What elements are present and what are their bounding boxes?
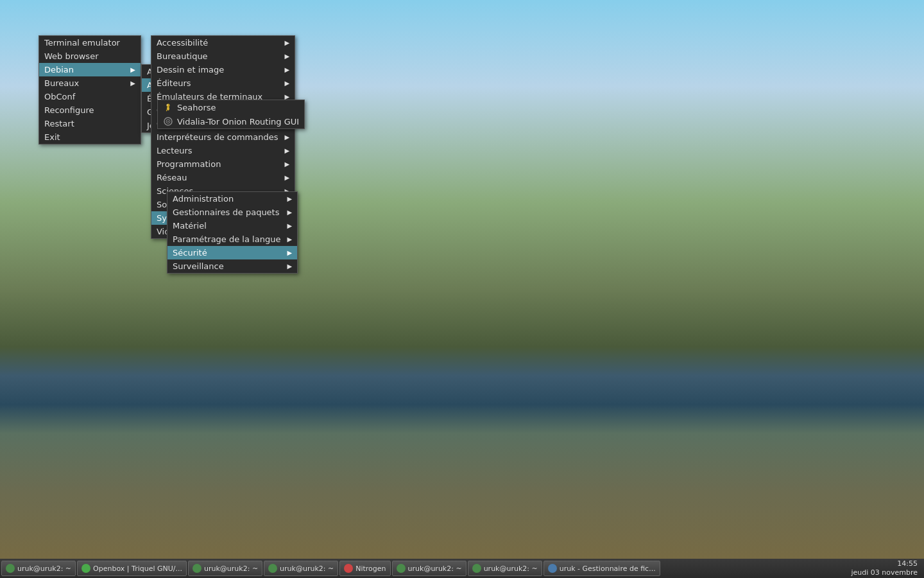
taskbar-item-4[interactable]: Nitrogen [339,561,390,576]
menu-item-securite[interactable]: Sécurité ▶ [167,246,297,259]
submenu-arrow: ▶ [280,249,292,256]
submenu-arrow: ▶ [278,39,289,46]
svg-point-2 [167,105,168,106]
taskbar-item-6[interactable]: uruk@uruk2: ~ [468,561,542,576]
menu-item-materiel[interactable]: Matériel ▶ [167,219,297,232]
menu-item-reseau[interactable]: Réseau ▶ [151,171,295,184]
taskbar-item-2[interactable]: uruk@uruk2: ~ [188,561,262,576]
menu-item-parametrage-langue[interactable]: Paramétrage de la langue ▶ [167,232,297,246]
openbox-icon [81,564,90,573]
menu-item-administration[interactable]: Administration ▶ [167,192,297,206]
taskbar-item-5[interactable]: uruk@uruk2: ~ [392,561,466,576]
submenu-arrow: ▶ [280,263,292,270]
submenu-arrow: ▶ [280,209,292,216]
securite-submenu: Seahorse Vidalia-Tor Onion Routing GUI [157,100,305,129]
menu-item-surveillance[interactable]: Surveillance ▶ [167,259,297,273]
submenu-arrow: ▶ [124,80,135,87]
taskbar-item-0[interactable]: uruk@uruk2: ~ [1,561,76,576]
terminal-icon-3 [268,564,277,573]
menu-item-gest-paquets[interactable]: Gestionnaires de paquets ▶ [167,206,297,219]
terminal-icon-4 [397,564,406,573]
svg-point-5 [167,121,169,122]
submenu-arrow: ▶ [280,222,292,229]
tor-icon [163,116,173,127]
menu-item-terminal[interactable]: Terminal emulator [39,36,141,49]
menu-item-seahorse[interactable]: Seahorse [158,100,304,114]
menu-container: Terminal emulator Web browser Debian ▶ B… [38,35,141,144]
menu-item-editeurs[interactable]: Éditeurs ▶ [151,76,295,90]
menu-item-dessin[interactable]: Dessin et image ▶ [151,63,295,76]
submenu-arrow: ▶ [280,195,292,202]
terminal-icon [6,564,15,573]
filemanager-icon [548,564,557,573]
submenu-arrow: ▶ [280,236,292,243]
menu-item-obconf[interactable]: ObConf [39,90,141,103]
menu-item-interpreteurs[interactable]: Interpréteurs de commandes ▶ [151,130,295,144]
submenu-arrow: ▶ [278,147,289,154]
submenu-arrow: ▶ [124,66,135,73]
submenu-arrow: ▶ [278,134,289,141]
taskbar-item-3[interactable]: uruk@uruk2: ~ [264,561,338,576]
menu-item-programmation[interactable]: Programmation ▶ [151,157,295,171]
submenu-arrow: ▶ [278,53,289,60]
submenu-arrow: ▶ [278,174,289,181]
svg-point-1 [167,107,169,110]
menu-item-restart[interactable]: Restart [39,117,141,130]
menu-item-exit[interactable]: Exit [39,130,141,144]
seahorse-icon [163,102,173,112]
taskbar: uruk@uruk2: ~ Openbox | Triquel GNU/... … [0,559,924,578]
menu-item-browser[interactable]: Web browser [39,49,141,63]
submenu-arrow: ▶ [278,66,289,73]
nitrogen-icon [344,564,353,573]
taskbar-clock: 14:55 jeudi 03 novembre [846,559,923,578]
terminal-icon-5 [472,564,481,573]
submenu-arrow: ▶ [278,80,289,87]
submenu-arrow: ▶ [278,161,289,168]
menu-item-accessibilite[interactable]: Accessibilité ▶ [151,36,295,49]
menu-item-lecteurs[interactable]: Lecteurs ▶ [151,144,295,157]
taskbar-item-7[interactable]: uruk - Gestionnaire de fic... [543,561,660,576]
terminal-icon-2 [193,564,201,573]
menu-item-reconfigure[interactable]: Reconfigure [39,103,141,117]
menu-item-vidalia[interactable]: Vidalia-Tor Onion Routing GUI [158,114,304,128]
menu-item-debian[interactable]: Debian ▶ [39,63,141,76]
main-menu: Terminal emulator Web browser Debian ▶ B… [38,35,141,144]
menu-item-bureautique[interactable]: Bureautique ▶ [151,49,295,63]
taskbar-item-1[interactable]: Openbox | Triquel GNU/... [77,561,187,576]
menu-item-bureaux[interactable]: Bureaux ▶ [39,76,141,90]
systeme-submenu: Administration ▶ Gestionnaires de paquet… [167,191,298,274]
